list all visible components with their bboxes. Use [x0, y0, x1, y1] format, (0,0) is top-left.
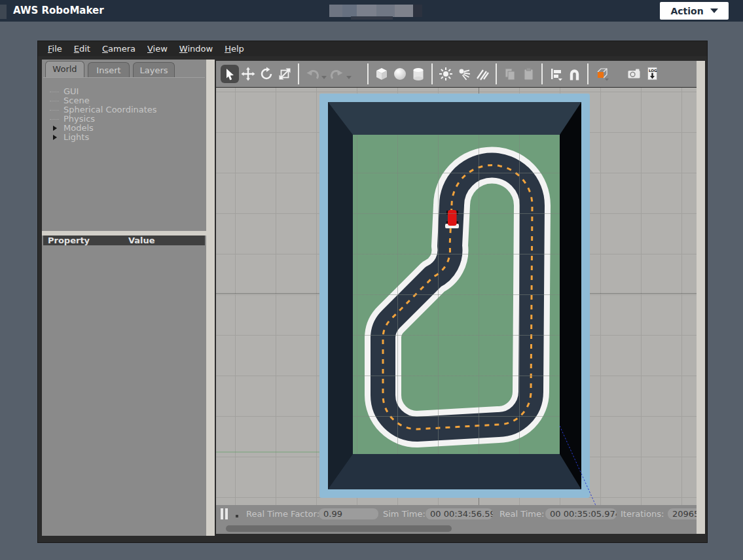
tab-insert[interactable]: Insert — [88, 62, 130, 77]
action-button-label: Action — [670, 6, 703, 16]
world-grid-overlay — [353, 135, 560, 454]
camera-icon — [626, 66, 642, 82]
real-time-label: Real Time: — [499, 509, 544, 519]
toolbar-separator — [587, 63, 589, 84]
expand-arrow-icon[interactable] — [53, 135, 57, 140]
undo-button[interactable] — [303, 65, 321, 83]
translate-tool-button[interactable] — [239, 65, 257, 83]
header-corner-decoration — [0, 5, 7, 19]
paste-icon — [521, 67, 535, 81]
real-time-factor-value: 0.99 — [319, 508, 378, 519]
toolbar-separator — [298, 63, 299, 84]
cube-icon — [374, 66, 390, 82]
log-record-button[interactable]: LOG — [643, 65, 662, 83]
iterations-label: Iterations: — [621, 509, 664, 519]
undo-history-caret[interactable] — [321, 76, 327, 79]
tree-item-label: Models — [63, 123, 94, 133]
aws-console-header: AWS RoboMaker Action — [0, 0, 743, 22]
tree-item-label: GUI — [63, 86, 79, 96]
tree-connector — [50, 101, 59, 101]
log-icon-label: LOG — [649, 69, 657, 73]
horizontal-scrollbar[interactable] — [216, 523, 697, 534]
spot-light-button[interactable] — [455, 65, 473, 83]
align-button[interactable] — [547, 65, 565, 83]
world-tree: GUI Scene Spherical Coordinates Physics … — [43, 77, 205, 231]
gazebo-window: File Edit Camera View Window Help World … — [37, 41, 708, 543]
toolbar-separator — [367, 63, 369, 84]
tree-item-label: Scene — [63, 96, 90, 105]
panel-splitter[interactable] — [42, 231, 206, 236]
log-icon: LOG — [645, 66, 661, 82]
snap-button[interactable] — [565, 65, 583, 83]
sim-time-value: 00 00:34:56.598 — [426, 508, 493, 519]
redo-icon — [329, 66, 345, 82]
redo-button[interactable] — [328, 65, 346, 83]
tree-item-label: Physics — [63, 114, 95, 124]
step-button[interactable] — [236, 515, 238, 517]
tree-item-scene[interactable]: Scene — [43, 96, 205, 105]
redacted-text-secondary — [351, 16, 393, 20]
iterations-value: 20965 — [668, 508, 697, 519]
menu-file[interactable]: File — [42, 43, 68, 55]
right-scroll-strip[interactable] — [697, 61, 705, 534]
insert-cylinder-button[interactable] — [409, 65, 427, 83]
tree-item-lights[interactable]: Lights — [43, 133, 205, 142]
insert-box-button[interactable] — [372, 65, 391, 83]
scale-icon — [278, 67, 292, 81]
panel-resize-splitter[interactable] — [206, 60, 215, 536]
paste-button[interactable] — [519, 65, 537, 83]
property-table-body — [43, 245, 205, 534]
rotate-tool-button[interactable] — [257, 65, 276, 83]
point-light-button[interactable] — [437, 65, 455, 83]
simulation-status-bar: Real Time Factor: 0.99 Sim Time: 00 00:3… — [216, 505, 697, 523]
view-angle-button[interactable] — [592, 65, 611, 83]
redo-history-caret[interactable] — [346, 76, 352, 79]
rotate-icon — [259, 67, 274, 81]
directional-light-icon — [475, 67, 490, 81]
menu-help[interactable]: Help — [219, 43, 250, 55]
scale-tool-button[interactable] — [276, 65, 294, 83]
gazebo-toolbar: LOG — [216, 61, 697, 87]
redacted-text — [329, 5, 422, 17]
tree-item-gui[interactable]: GUI — [43, 87, 205, 96]
tree-item-spherical-coordinates[interactable]: Spherical Coordinates — [43, 105, 205, 114]
race-track-arena — [319, 94, 590, 498]
move-icon — [240, 66, 256, 82]
tab-layers[interactable]: Layers — [133, 62, 175, 77]
toolbar-separator — [496, 63, 497, 84]
tree-connector — [50, 110, 59, 111]
expand-arrow-icon[interactable] — [53, 126, 57, 131]
menu-view[interactable]: View — [141, 43, 173, 55]
property-table-header: Property Value — [43, 236, 205, 245]
spot-light-icon — [457, 67, 471, 81]
tab-world[interactable]: World — [45, 61, 84, 77]
sphere-icon — [393, 67, 407, 81]
tree-item-models[interactable]: Models — [43, 124, 205, 133]
3d-viewport[interactable] — [216, 88, 697, 505]
toolbar-separator — [541, 63, 543, 84]
action-menu-button[interactable]: Action — [660, 2, 729, 20]
insert-sphere-button[interactable] — [391, 65, 409, 83]
scrollbar-thumb[interactable] — [226, 525, 452, 532]
app-title: AWS RoboMaker — [13, 0, 104, 22]
select-tool-button[interactable] — [221, 65, 239, 83]
tree-item-physics[interactable]: Physics — [43, 114, 205, 124]
copy-icon — [503, 67, 517, 81]
tree-item-label: Lights — [63, 132, 89, 142]
toolbar-separator — [431, 63, 433, 84]
menu-window[interactable]: Window — [173, 43, 219, 55]
arena-floor-grass — [353, 135, 560, 454]
pause-button[interactable] — [221, 508, 230, 519]
screenshot-button[interactable] — [625, 65, 643, 83]
tree-connector — [50, 92, 59, 92]
undo-icon — [304, 66, 320, 82]
directional-light-button[interactable] — [473, 65, 492, 83]
copy-button[interactable] — [501, 65, 519, 83]
menu-camera[interactable]: Camera — [96, 43, 141, 55]
view-angle-cube-icon — [593, 65, 610, 82]
real-time-factor-label: Real Time Factor: — [246, 509, 319, 519]
value-column-header: Value — [128, 236, 155, 245]
menu-edit[interactable]: Edit — [68, 43, 96, 55]
property-column-header: Property — [48, 236, 90, 245]
point-light-icon — [439, 67, 453, 81]
